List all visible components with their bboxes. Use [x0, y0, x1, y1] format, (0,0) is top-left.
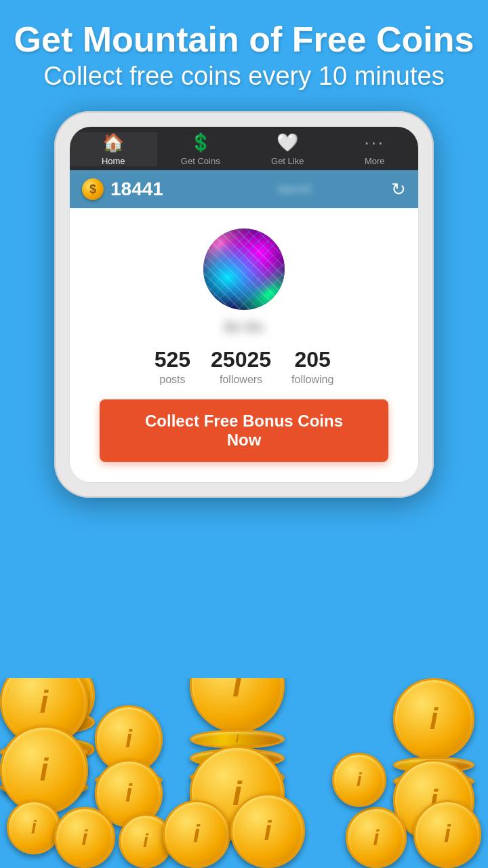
posts-label: posts: [159, 374, 185, 386]
nav-bar: 🏠 Home 💲 Get Coins 🤍 Get Like ··· More: [70, 127, 418, 170]
nav-item-get-like[interactable]: 🤍 Get Like: [244, 132, 331, 166]
coins-amount: 18441: [110, 178, 199, 200]
posts-count: 525: [155, 347, 190, 372]
profile-section: Be Mo 525 posts 25025 followers 205 foll…: [70, 208, 418, 482]
username: bernt1: [206, 182, 384, 197]
profile-name: Be Mo: [203, 319, 285, 335]
nav-item-home[interactable]: 🏠 Home: [70, 132, 157, 166]
get-like-icon: 🤍: [277, 132, 298, 153]
followers-label: followers: [220, 374, 262, 386]
refresh-icon[interactable]: ↻: [391, 179, 406, 200]
header-title: Get Mountain of Free Coins: [14, 20, 474, 59]
more-icon: ···: [364, 132, 385, 153]
stats-row: 525 posts 25025 followers 205 following: [83, 347, 405, 386]
collect-coins-button[interactable]: Collect Free Bonus Coins Now: [100, 399, 389, 462]
nav-label-get-like: Get Like: [271, 156, 304, 166]
home-icon: 🏠: [102, 132, 124, 153]
app-background: Get Mountain of Free Coins Collect free …: [0, 0, 488, 868]
nav-item-more[interactable]: ··· More: [331, 132, 419, 166]
coins-pile-section: [0, 678, 488, 868]
phone-screen: 🏠 Home 💲 Get Coins 🤍 Get Like ··· More: [69, 126, 419, 483]
nav-label-home: Home: [102, 156, 125, 166]
following-count: 205: [294, 347, 330, 372]
stat-posts: 525 posts: [155, 347, 190, 386]
nav-item-get-coins[interactable]: 💲 Get Coins: [157, 132, 245, 166]
stat-following: 205 following: [291, 347, 333, 386]
coin-icon: $: [82, 178, 104, 200]
avatar: [203, 229, 285, 310]
get-coins-icon: 💲: [190, 132, 211, 153]
header-section: Get Mountain of Free Coins Collect free …: [0, 0, 488, 98]
nav-label-get-coins: Get Coins: [181, 156, 220, 166]
followers-count: 25025: [211, 347, 271, 372]
avatar-lines: [203, 229, 285, 310]
nav-label-more: More: [365, 156, 385, 166]
coins-bar: $ 18441 bernt1 ↻: [70, 170, 418, 208]
stat-followers: 25025 followers: [211, 347, 271, 386]
phone-frame: 🏠 Home 💲 Get Coins 🤍 Get Like ··· More: [54, 111, 434, 498]
following-label: following: [291, 374, 333, 386]
header-subtitle: Collect free coins every 10 minutes: [14, 62, 474, 91]
